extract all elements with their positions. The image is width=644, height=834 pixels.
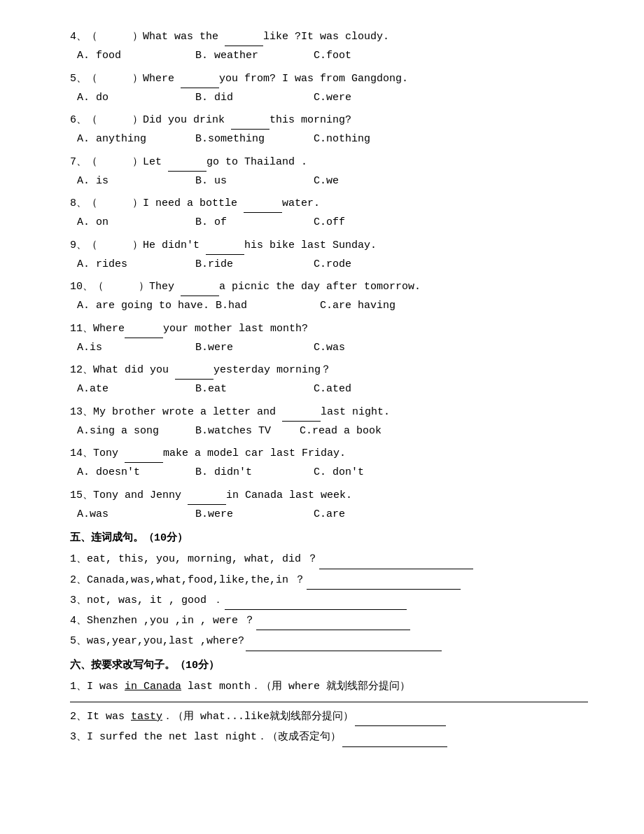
section5-title: 五、连词成句。（10分） <box>70 529 588 548</box>
q5-options: A. do B. did C.were <box>70 89 588 107</box>
q8-optC: C.off <box>314 216 345 228</box>
s5-item-2: 2、Canada,was,what,food,like,the,in ？ <box>70 571 588 590</box>
question-4: 4、（ ）What was the like ?It was cloudy. A… <box>70 28 588 66</box>
q10-optB: B.had <box>216 297 314 315</box>
q15-optC: C.are <box>314 508 345 520</box>
q6-options: A. anything B.something C.nothing <box>70 130 588 148</box>
q10-text: 10、（ ）They a picnic the day after tomorr… <box>70 278 588 296</box>
s6-underline-2: tasty <box>131 711 162 723</box>
s6-item-3: 3、I surfed the net last night．（改成否定句） <box>70 728 588 746</box>
q11-text: 11、Whereyour mother last month? <box>70 320 588 338</box>
q9-text: 9、（ ）He didn't his bike last Sunday. <box>70 237 588 255</box>
q11-options: A.is B.were C.was <box>70 339 588 357</box>
s6-divider-1 <box>70 702 588 702</box>
q12-optC: C.ated <box>314 383 351 395</box>
question-6: 6、（ ）Did you drink this morning? A. anyt… <box>70 111 588 149</box>
q12-optA: A.ate <box>77 380 189 398</box>
q15-text: 15、Tony and Jenny in Canada last week. <box>70 487 588 505</box>
q5-text: 5、（ ）Where you from? I was from Gangdong… <box>70 70 588 88</box>
q13-options: A.sing a song B.watches TV C.read a book <box>70 422 588 440</box>
q4-options: A. food B. weather C.foot <box>70 47 588 65</box>
q11-optA: A.is <box>77 339 189 357</box>
q4-optC: C.foot <box>314 50 351 62</box>
q15-optB: B.were <box>195 506 307 524</box>
q6-text: 6、（ ）Did you drink this morning? <box>70 111 588 130</box>
q12-text: 12、What did you yesterday morning？ <box>70 361 588 380</box>
q7-optA: A. is <box>77 172 189 190</box>
question-10: 10、（ ）They a picnic the day after tomorr… <box>70 278 588 316</box>
q8-text: 8、（ ）I need a bottle water. <box>70 195 588 213</box>
q8-optB: B. of <box>195 214 307 232</box>
q12-optB: B.eat <box>195 380 307 398</box>
q4-optB: B. weather <box>195 47 307 65</box>
q7-text: 7、（ ）Let go to Thailand . <box>70 153 588 172</box>
q9-optC: C.rode <box>314 258 351 270</box>
q7-optC: C.we <box>314 175 339 187</box>
q14-options: A. doesn't B. didn't C. don't <box>70 464 588 482</box>
q7-options: A. is B. us C.we <box>70 172 588 190</box>
s5-item-3: 3、not, was, it , good ． <box>70 592 588 610</box>
q6-optC: C.nothing <box>314 133 370 145</box>
q6-optB: B.something <box>195 130 307 148</box>
s5-item-4: 4、Shenzhen ,you ,in , were ？ <box>70 612 588 630</box>
q11-optC: C.was <box>314 342 345 354</box>
q8-options: A. on B. of C.off <box>70 214 588 232</box>
q9-optB: B.ride <box>195 256 307 274</box>
question-5: 5、（ ）Where you from? I was from Gangdong… <box>70 70 588 108</box>
q6-optA: A. anything <box>77 130 189 148</box>
q5-optB: B. did <box>195 89 307 107</box>
question-7: 7、（ ）Let go to Thailand . A. is B. us C.… <box>70 153 588 191</box>
s5-item-5: 5、was,year,you,last ,where? <box>70 632 588 651</box>
question-15: 15、Tony and Jenny in Canada last week. A… <box>70 487 588 524</box>
question-13: 13、My brother wrote a letter and last ni… <box>70 403 588 441</box>
q5-optC: C.were <box>314 92 351 104</box>
q14-optA: A. doesn't <box>77 464 189 482</box>
question-8: 8、（ ）I need a bottle water. A. on B. of … <box>70 195 588 232</box>
questions-section: 4、（ ）What was the like ?It was cloudy. A… <box>70 28 588 524</box>
q4-paren <box>97 28 132 46</box>
q4-optA: A. food <box>77 47 189 65</box>
q14-optC: C. don't <box>314 466 364 478</box>
question-14: 14、Tony make a model car last Friday. A.… <box>70 445 588 482</box>
q13-optC: C.read a book <box>300 425 382 437</box>
section-6: 六、按要求改写句子。（10分） 1、I was in Canada last m… <box>70 657 588 747</box>
question-12: 12、What did you yesterday morning？ A.ate… <box>70 361 588 399</box>
q11-optB: B.were <box>195 339 307 357</box>
q12-options: A.ate B.eat C.ated <box>70 380 588 398</box>
q15-optA: A.was <box>77 506 189 524</box>
s6-underline-1: in Canada <box>125 681 181 693</box>
q9-options: A. rides B.ride C.rode <box>70 256 588 274</box>
section-5: 五、连词成句。（10分） 1、eat, this, you, morning, … <box>70 529 588 651</box>
q14-text: 14、Tony make a model car last Friday. <box>70 445 588 463</box>
question-11: 11、Whereyour mother last month? A.is B.w… <box>70 320 588 358</box>
q8-optA: A. on <box>77 214 189 232</box>
q13-text: 13、My brother wrote a letter and last ni… <box>70 403 588 422</box>
q5-optA: A. do <box>77 89 189 107</box>
section6-title: 六、按要求改写句子。（10分） <box>70 657 588 675</box>
q13-optA: A.sing a song <box>77 422 189 440</box>
q4-text: 4、（ ）What was the like ?It was cloudy. <box>70 28 588 46</box>
s6-item-2: 2、It was tasty．（用 what...like就划线部分提问） <box>70 708 588 726</box>
q10-optC: C.are having <box>320 300 396 312</box>
q10-options: A. are going to have. B.had C.are having <box>70 297 588 315</box>
s6-item-1: 1、I was in Canada last month．（用 where 就划… <box>70 678 588 696</box>
q15-options: A.was B.were C.are <box>70 506 588 524</box>
s5-item-1: 1、eat, this, you, morning, what, did ？ <box>70 550 588 569</box>
q14-optB: B. didn't <box>195 464 307 482</box>
question-9: 9、（ ）He didn't his bike last Sunday. A. … <box>70 237 588 274</box>
q13-optB: B.watches TV <box>195 422 293 440</box>
q9-optA: A. rides <box>77 256 189 274</box>
q7-optB: B. us <box>195 172 307 190</box>
q10-optA: A. are going to have. <box>77 297 209 315</box>
